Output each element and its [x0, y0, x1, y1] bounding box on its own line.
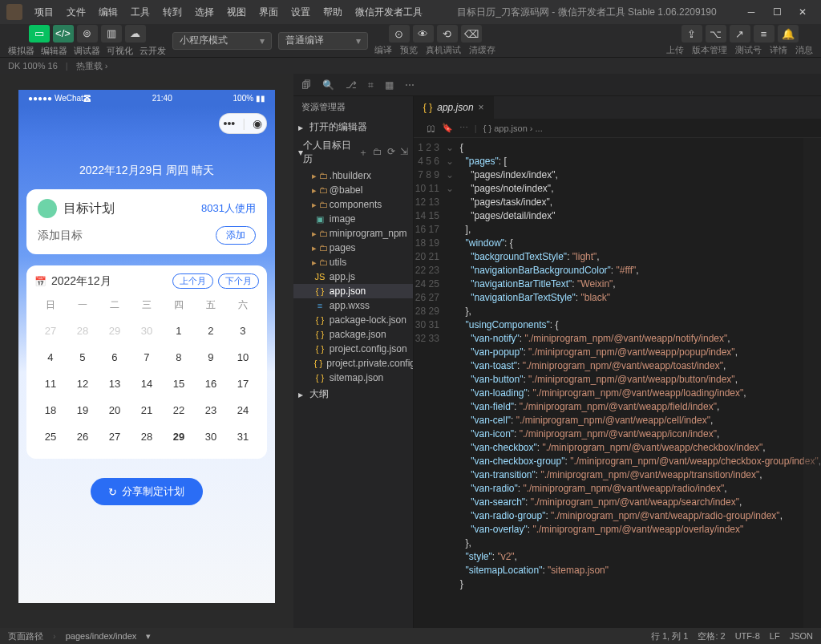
calendar-day[interactable]: 29 — [99, 320, 131, 342]
tree-item[interactable]: ≡app.wxss — [293, 298, 413, 313]
tree-item[interactable]: { }app.json — [293, 284, 413, 298]
simulator-button[interactable]: ▭ — [29, 25, 50, 43]
tree-item[interactable]: { }package.json — [293, 327, 413, 342]
menu-item[interactable]: 微信开发者工具 — [350, 2, 428, 22]
tree-item[interactable]: ▸ 🗀utils — [293, 255, 413, 269]
eol-indicator[interactable]: LF — [770, 631, 780, 641]
capsule-close-icon[interactable]: ◉ — [253, 117, 262, 130]
clear-cache-button[interactable]: ⌫ — [461, 25, 482, 43]
compile-select[interactable]: 普通编译 ▾ — [278, 32, 368, 50]
tree-item[interactable]: ▸ 🗀components — [293, 197, 413, 212]
breadcrumb[interactable]: { } app.json › ... — [483, 124, 543, 133]
preview-button[interactable]: 👁 — [413, 25, 434, 43]
calendar-day[interactable]: 29 — [163, 426, 195, 448]
ext-icon[interactable]: ⋯ — [405, 79, 415, 91]
menu-item[interactable]: 转到 — [157, 2, 188, 22]
menu-item[interactable]: 选择 — [189, 2, 220, 22]
indent-indicator[interactable]: 空格: 2 — [698, 630, 725, 642]
menu-item[interactable]: 文件 — [61, 2, 91, 22]
language-indicator[interactable]: JSON — [790, 631, 813, 641]
details-button[interactable]: ≡ — [754, 25, 774, 43]
test-button[interactable]: ↗ — [730, 25, 750, 43]
debugger-button[interactable]: ⊚ — [77, 25, 98, 43]
debug-icon[interactable]: ⌗ — [368, 79, 374, 91]
editor-button[interactable]: </> — [53, 25, 74, 43]
calendar-day[interactable]: 28 — [131, 426, 163, 448]
tree-item[interactable]: ▸ 🗀pages — [293, 241, 413, 255]
share-plan-button[interactable]: ↻ 分享制定计划 — [91, 478, 203, 505]
menu-item[interactable]: 项目 — [29, 2, 59, 22]
calendar-day[interactable]: 26 — [67, 426, 99, 448]
next-month-button[interactable]: 下个月 — [218, 273, 259, 289]
menu-item[interactable]: 界面 — [253, 2, 284, 22]
calendar-day[interactable]: 8 — [163, 346, 195, 368]
minimize-icon[interactable]: ─ — [746, 6, 757, 18]
menu-item[interactable]: 工具 — [125, 2, 156, 22]
version-button[interactable]: ⌥ — [706, 25, 726, 43]
encoding-indicator[interactable]: UTF-8 — [735, 631, 760, 641]
close-icon[interactable]: ✕ — [797, 6, 808, 18]
calendar-day[interactable]: 31 — [227, 426, 259, 448]
add-goal-button[interactable]: 添加 — [216, 226, 256, 245]
calendar-day[interactable]: 28 — [67, 320, 99, 342]
tab-close-icon[interactable]: × — [479, 102, 484, 113]
code-view[interactable]: 1 2 3 4 5 6 7 8 9 10 11 12 13 14 15 16 1… — [414, 138, 821, 628]
search-icon[interactable]: 🔍 — [322, 79, 334, 91]
calendar-day[interactable]: 9 — [195, 346, 227, 368]
cloud-button[interactable]: ☁ — [125, 25, 146, 43]
calendar-day[interactable]: 21 — [131, 399, 163, 421]
bookmark-icon[interactable]: 🕮 — [427, 124, 435, 133]
compile-button[interactable]: ⊙ — [389, 25, 410, 43]
message-button[interactable]: 🔔 — [778, 25, 799, 43]
calendar-day[interactable]: 24 — [227, 399, 259, 421]
visual-button[interactable]: ▥ — [101, 25, 122, 43]
calendar-day[interactable]: 4 — [34, 346, 67, 368]
refresh-icon[interactable]: ⟳ — [387, 146, 395, 160]
calendar-day[interactable]: 2 — [195, 320, 227, 342]
outline-section[interactable]: ▸大纲 — [293, 385, 413, 403]
tree-item[interactable]: { }project.config.json — [293, 342, 413, 356]
prev-month-button[interactable]: 上个月 — [172, 273, 213, 289]
calendar-day[interactable]: 19 — [67, 399, 99, 421]
calendar-day[interactable]: 10 — [227, 346, 259, 368]
calendar-day[interactable]: 30 — [131, 320, 163, 342]
page-path-value[interactable]: pages/index/index — [66, 631, 137, 641]
calendar-day[interactable]: 23 — [195, 399, 227, 421]
more-icon[interactable]: ⋯ — [459, 123, 468, 133]
mode-select[interactable]: 小程序模式 ▾ — [172, 32, 272, 50]
collapse-icon[interactable]: ⇲ — [400, 146, 408, 160]
calendar-day[interactable]: 20 — [99, 399, 131, 421]
menu-item[interactable]: 编辑 — [93, 2, 123, 22]
tree-item[interactable]: ▸ 🗀miniprogram_npm — [293, 226, 413, 241]
remote-debug-button[interactable]: ⟲ — [437, 25, 458, 43]
open-editors-section[interactable]: ▸ 打开的编辑器 — [293, 118, 413, 136]
upload-button[interactable]: ⇪ — [681, 25, 702, 43]
capsule-menu-icon[interactable]: ••• — [224, 117, 236, 130]
zoom-indicator[interactable]: DK 100% 16 — [8, 61, 58, 71]
calendar-day[interactable]: 7 — [131, 346, 163, 368]
calendar-day[interactable]: 15 — [163, 373, 195, 395]
minimap[interactable] — [803, 138, 821, 628]
new-file-icon[interactable]: ＋ — [358, 146, 368, 160]
calendar-day[interactable]: 14 — [131, 373, 163, 395]
calendar-day[interactable]: 13 — [99, 373, 131, 395]
sim-body[interactable]: 2022年12月29日 周四 晴天 目标计划 8031人使用 添加目标 添加 📅 — [18, 141, 275, 603]
code-content[interactable]: { "pages": [ "pages/index/index", "pages… — [455, 138, 821, 628]
calendar-day[interactable]: 30 — [195, 426, 227, 448]
tree-item[interactable]: { }package-lock.json — [293, 313, 413, 327]
tree-item[interactable]: JSapp.js — [293, 269, 413, 284]
new-folder-icon[interactable]: 🗀 — [373, 146, 382, 160]
cursor-position[interactable]: 行 1, 列 1 — [651, 630, 688, 642]
menu-item[interactable]: 视图 — [221, 2, 252, 22]
marker-icon[interactable]: 🔖 — [442, 123, 453, 133]
calendar-day[interactable]: 5 — [67, 346, 99, 368]
tree-item[interactable]: { }sitemap.json — [293, 371, 413, 385]
calendar-day[interactable]: 18 — [34, 399, 67, 421]
calendar-day[interactable]: 6 — [99, 346, 131, 368]
menu-item[interactable]: 设置 — [285, 2, 316, 22]
tree-item[interactable]: ▸ 🗀@babel — [293, 183, 413, 197]
calendar-day[interactable]: 27 — [34, 320, 67, 342]
calendar-day[interactable]: 11 — [34, 373, 67, 395]
maximize-icon[interactable]: ☐ — [771, 6, 783, 18]
calendar-day[interactable]: 12 — [67, 373, 99, 395]
